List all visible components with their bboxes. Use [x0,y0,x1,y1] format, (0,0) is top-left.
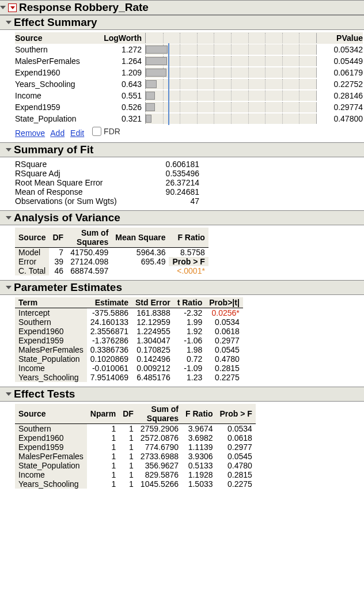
es-source: Years_Schooling [15,80,101,89]
add-link[interactable]: Add [50,128,65,138]
es-bar [146,80,157,88]
es-bar [146,115,151,123]
anova-row: Error3927124.098695.49Prob > F [15,257,208,266]
fdr-checkbox[interactable] [92,127,101,136]
sof-row: Root Mean Square Error26.37214 [15,178,363,187]
es-plot-cell [145,102,317,112]
es-plot-cell [145,114,317,124]
sof-title: Summary of Fit [14,143,93,156]
anova-row: C. Total4668874.597<.0001* [15,266,208,275]
es-source: Expend1959 [15,103,101,112]
col-t: t Ratio [174,297,206,308]
col-ss: Sum ofSquares [67,228,112,248]
es-bar [146,69,166,77]
es-bar [146,92,155,100]
param-body: Term Estimate Std Error t Ratio Prob>|t|… [0,295,364,387]
es-pvalue: 0.22752 [317,80,363,89]
es-source: Southern [15,45,101,54]
param-row: Expend1959-1.3762861.304047-1.060.2977 [15,336,243,345]
et-row: MalesPerFemales112733.69883.93060.0545 [15,452,256,461]
effect-summary-row: Income0.5510.28146 [15,90,363,101]
anova-body: Source DF Sum ofSquares Mean Square F Ra… [0,225,364,280]
col-ss: Sum ofSquares [137,404,182,424]
col-est: Estimate [87,297,132,308]
param-row: Southern24.16013312.129591.990.0534 [15,317,243,327]
sof-value: 47 [142,196,199,206]
es-pvalue: 0.47800 [317,114,363,123]
sof-row: Observations (or Sum Wgts)47 [15,196,363,206]
param-row: MalesPerFemales0.33867360.1708251.980.05… [15,345,243,354]
col-df: DF [49,228,67,248]
fdr-label: FDR [104,127,120,136]
response-title: Response Robbery_Rate [19,1,149,14]
sof-label: Mean of Response [15,187,142,196]
col-ms: Mean Square [112,228,169,248]
col-se: Std Error [132,297,174,308]
disclose-icon[interactable] [0,6,6,9]
es-pvalue: 0.29774 [317,103,363,112]
sof-header: Summary of Fit [0,143,364,157]
es-bar [146,103,155,111]
disclose-icon[interactable] [6,216,12,220]
anova-row: Model741750.4995964.368.5758 [15,248,208,258]
es-logworth: 0.526 [101,103,145,112]
es-bar [146,46,168,54]
col-p: Prob > F [217,404,256,424]
sof-value: 90.24681 [142,187,199,196]
col-df: DF [119,404,137,424]
effect-summary-title: Effect Summary [14,16,97,29]
param-title: Parameter Estimates [14,281,122,294]
es-bar [146,57,167,65]
effect-summary-body: Source LogWorth PValue Southern1.2720.05… [0,30,364,142]
es-pvalue: 0.05449 [317,56,363,66]
remove-link[interactable]: Remove [15,128,45,138]
es-pvalue: 0.05342 [317,45,363,54]
sof-body: RSquare0.606181RSquare Adj0.535496Root M… [0,157,364,210]
sof-label: Root Mean Square Error [15,178,142,187]
es-source: MalesPerFemales [15,56,101,66]
disclose-icon[interactable] [6,286,12,289]
es-pvalue: 0.06179 [317,68,363,77]
effect-summary-row: Southern1.2720.05342 [15,44,363,55]
anova-title: Analysis of Variance [14,211,120,224]
disclose-icon[interactable] [6,148,12,152]
param-row: Income-0.0100610.009212-1.090.2815 [15,364,243,373]
param-row: Expend19602.35568711.2249551.920.0618 [15,327,243,336]
es-plot-cell [145,79,317,89]
sof-value: 0.535496 [142,169,199,178]
param-row: State_Population0.10208690.1424960.720.4… [15,354,243,364]
es-source: State_Population [15,114,101,123]
col-source: Source [15,228,49,248]
response-header: Response Robbery_Rate [0,1,364,15]
sof-row: Mean of Response90.24681 [15,187,363,196]
es-logworth: 1.272 [101,45,145,54]
et-title: Effect Tests [14,388,75,400]
sof-row: RSquare0.606181 [15,160,363,169]
es-logworth: 1.209 [101,68,145,77]
sof-label: Observations (or Sum Wgts) [15,196,142,206]
edit-link[interactable]: Edit [70,128,84,138]
disclose-icon[interactable] [6,21,12,24]
disclose-icon[interactable] [6,392,12,396]
param-row: Intercept-375.5886161.8388-2.320.0256* [15,308,243,318]
es-plot-cell [145,44,317,55]
sof-row: RSquare Adj0.535496 [15,169,363,178]
sof-value: 26.37214 [142,178,199,187]
et-row: Southern112759.29063.96740.0534 [15,424,256,434]
anova-header: Analysis of Variance [0,211,364,225]
es-logworth: 0.551 [101,91,145,100]
effect-summary-row: Expend19601.2090.06179 [15,67,363,78]
es-plot-cell [145,67,317,78]
effect-summary-row: MalesPerFemales1.2640.05449 [15,55,363,67]
es-plot-cell [145,56,317,66]
effect-summary-row: Expend19590.5260.29774 [15,101,363,113]
col-source: Source [15,404,87,424]
redbox-icon[interactable] [8,3,17,12]
col-p: Prob>|t| [206,297,243,308]
et-row: Expend195911774.67901.11390.2977 [15,442,256,452]
col-pvalue: PValue [317,33,363,43]
sof-value: 0.606181 [142,160,199,169]
es-pvalue: 0.28146 [317,91,363,100]
effect-summary-row: Years_Schooling0.6430.22752 [15,78,363,90]
et-row: Expend1960112572.08763.69820.0618 [15,433,256,442]
